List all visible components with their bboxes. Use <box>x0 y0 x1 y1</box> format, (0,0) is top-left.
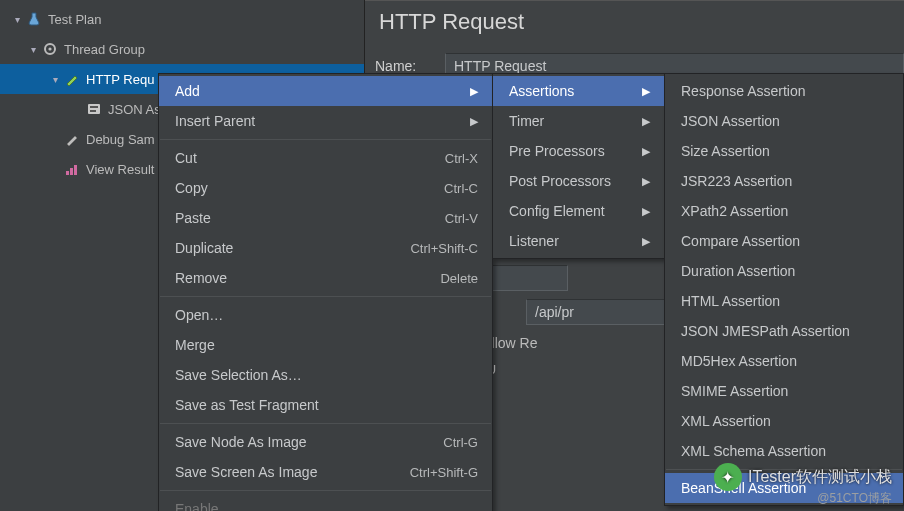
menu-label: Size Assertion <box>681 143 770 159</box>
context-menu[interactable]: Add ▶ Insert Parent ▶ CutCtrl-X CopyCtrl… <box>158 73 493 511</box>
svg-point-1 <box>48 47 51 50</box>
chevron-right-icon: ▶ <box>642 115 650 128</box>
name-label: Name: <box>375 58 435 74</box>
add-submenu[interactable]: Assertions▶ Timer▶ Pre Processors▶ Post … <box>492 73 665 259</box>
tree-item-label: View Result <box>86 162 154 177</box>
submenu-pre-processors[interactable]: Pre Processors▶ <box>493 136 664 166</box>
menu-label: Post Processors <box>509 173 611 189</box>
menu-label: Cut <box>175 150 197 166</box>
menu-save-node-image[interactable]: Save Node As ImageCtrl-G <box>159 427 492 457</box>
menu-shortcut: Ctrl-X <box>445 151 478 166</box>
menu-separator <box>160 423 491 424</box>
menu-label: Duplicate <box>175 240 233 256</box>
menu-save-selection[interactable]: Save Selection As… <box>159 360 492 390</box>
menu-label: XML Assertion <box>681 413 771 429</box>
sampler-icon <box>64 131 80 147</box>
menu-add[interactable]: Add ▶ <box>159 76 492 106</box>
menu-copy[interactable]: CopyCtrl-C <box>159 173 492 203</box>
menu-duplicate[interactable]: DuplicateCtrl+Shift-C <box>159 233 492 263</box>
menu-label: MD5Hex Assertion <box>681 353 797 369</box>
chevron-right-icon: ▶ <box>642 85 650 98</box>
menu-label: BeanShell Assertion <box>681 480 806 496</box>
assertion-item[interactable]: Response Assertion <box>665 76 903 106</box>
menu-label: Enable <box>175 501 219 511</box>
submenu-listener[interactable]: Listener▶ <box>493 226 664 256</box>
menu-label: XPath2 Assertion <box>681 203 788 219</box>
menu-label: Listener <box>509 233 559 249</box>
tree-item-label: Debug Sam <box>86 132 155 147</box>
assertion-item[interactable]: Compare Assertion <box>665 226 903 256</box>
svg-rect-4 <box>90 110 96 112</box>
assertion-icon <box>86 101 102 117</box>
svg-rect-7 <box>74 165 77 175</box>
assertion-item[interactable]: Duration Assertion <box>665 256 903 286</box>
assertion-item[interactable]: JSR223 Assertion <box>665 166 903 196</box>
menu-cut[interactable]: CutCtrl-X <box>159 143 492 173</box>
assertion-item[interactable]: XML Assertion <box>665 406 903 436</box>
menu-paste[interactable]: PasteCtrl-V <box>159 203 492 233</box>
menu-save-screen-image[interactable]: Save Screen As ImageCtrl+Shift-G <box>159 457 492 487</box>
chevron-right-icon: ▶ <box>470 85 478 98</box>
submenu-post-processors[interactable]: Post Processors▶ <box>493 166 664 196</box>
menu-shortcut: Delete <box>440 271 478 286</box>
menu-separator <box>160 139 491 140</box>
menu-label: Insert Parent <box>175 113 255 129</box>
chevron-right-icon: ▶ <box>642 175 650 188</box>
menu-shortcut: Ctrl+Shift-C <box>410 241 478 256</box>
menu-label: Add <box>175 83 200 99</box>
menu-separator <box>160 296 491 297</box>
menu-label: Save Selection As… <box>175 367 302 383</box>
menu-label: Pre Processors <box>509 143 605 159</box>
chevron-right-icon: ▶ <box>642 145 650 158</box>
submenu-assertions[interactable]: Assertions▶ <box>493 76 664 106</box>
menu-label: Response Assertion <box>681 83 806 99</box>
assertion-item[interactable]: SMIME Assertion <box>665 376 903 406</box>
collapse-icon[interactable]: ▾ <box>10 14 24 25</box>
assertion-item[interactable]: XML Schema Assertion <box>665 436 903 466</box>
sampler-icon <box>64 71 80 87</box>
menu-save-fragment[interactable]: Save as Test Fragment <box>159 390 492 420</box>
menu-label: HTML Assertion <box>681 293 780 309</box>
assertion-item[interactable]: Size Assertion <box>665 136 903 166</box>
gear-icon <box>42 41 58 57</box>
collapse-icon[interactable]: ▾ <box>48 74 62 85</box>
menu-label: Copy <box>175 180 208 196</box>
menu-shortcut: Ctrl+Shift-G <box>410 465 478 480</box>
menu-label: Remove <box>175 270 227 286</box>
chevron-right-icon: ▶ <box>470 115 478 128</box>
menu-label: SMIME Assertion <box>681 383 788 399</box>
assertion-item[interactable]: XPath2 Assertion <box>665 196 903 226</box>
assertion-item[interactable]: JSON Assertion <box>665 106 903 136</box>
svg-rect-2 <box>88 104 100 114</box>
assertions-submenu[interactable]: Response AssertionJSON AssertionSize Ass… <box>664 73 904 506</box>
menu-label: Merge <box>175 337 215 353</box>
assertion-item[interactable]: MD5Hex Assertion <box>665 346 903 376</box>
tree-item-test-plan[interactable]: ▾ Test Plan <box>0 4 364 34</box>
collapse-icon[interactable]: ▾ <box>26 44 40 55</box>
menu-label: Duration Assertion <box>681 263 795 279</box>
menu-separator <box>160 490 491 491</box>
menu-label: Save as Test Fragment <box>175 397 319 413</box>
assertion-item[interactable]: HTML Assertion <box>665 286 903 316</box>
panel-title: HTTP Request <box>375 1 904 49</box>
menu-label: JSON JMESPath Assertion <box>681 323 850 339</box>
svg-rect-6 <box>70 168 73 175</box>
menu-insert-parent[interactable]: Insert Parent ▶ <box>159 106 492 136</box>
assertion-item[interactable]: JSON JMESPath Assertion <box>665 316 903 346</box>
svg-rect-3 <box>90 106 98 108</box>
menu-label: Assertions <box>509 83 574 99</box>
svg-rect-5 <box>66 171 69 175</box>
menu-separator <box>666 469 902 470</box>
menu-label: Paste <box>175 210 211 226</box>
submenu-timer[interactable]: Timer▶ <box>493 106 664 136</box>
menu-label: JSON Assertion <box>681 113 780 129</box>
chevron-right-icon: ▶ <box>642 235 650 248</box>
menu-merge[interactable]: Merge <box>159 330 492 360</box>
menu-shortcut: Ctrl-V <box>445 211 478 226</box>
submenu-config-element[interactable]: Config Element▶ <box>493 196 664 226</box>
tree-item-thread-group[interactable]: ▾ Thread Group <box>0 34 364 64</box>
menu-open[interactable]: Open… <box>159 300 492 330</box>
chevron-right-icon: ▶ <box>642 205 650 218</box>
menu-label: Open… <box>175 307 223 323</box>
menu-remove[interactable]: RemoveDelete <box>159 263 492 293</box>
